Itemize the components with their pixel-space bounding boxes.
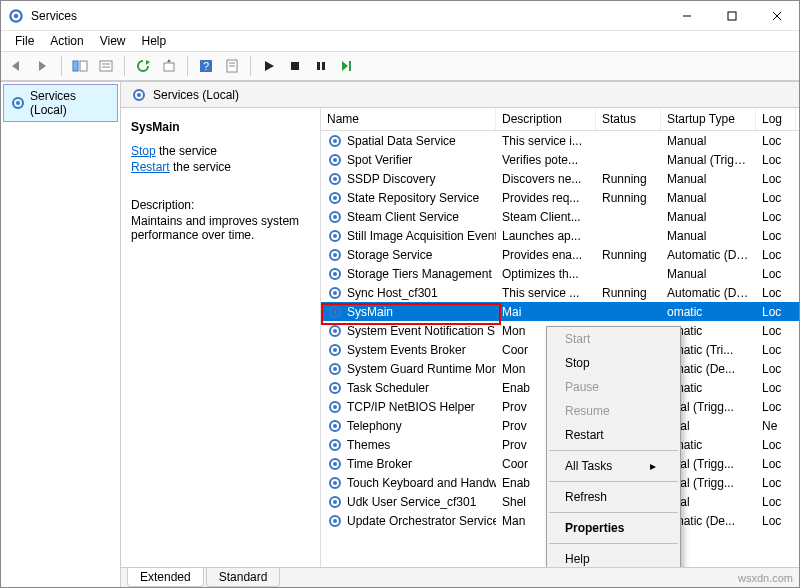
svg-point-36 bbox=[333, 177, 337, 181]
gear-icon bbox=[327, 171, 343, 187]
svg-point-66 bbox=[333, 462, 337, 466]
stop-suffix: the service bbox=[156, 144, 217, 158]
gear-icon bbox=[327, 228, 343, 244]
service-name: Storage Tiers Management bbox=[347, 267, 492, 281]
gear-icon bbox=[327, 418, 343, 434]
context-menu: Start Stop Pause Resume Restart All Task… bbox=[546, 326, 681, 567]
properties-button[interactable] bbox=[220, 54, 244, 78]
service-name: Task Scheduler bbox=[347, 381, 429, 395]
svg-point-64 bbox=[333, 443, 337, 447]
svg-point-42 bbox=[333, 234, 337, 238]
list-header: Name Description Status Startup Type Log bbox=[321, 108, 799, 131]
export-button[interactable] bbox=[157, 54, 181, 78]
tab-extended[interactable]: Extended bbox=[127, 568, 204, 587]
forward-button[interactable] bbox=[31, 54, 55, 78]
ctx-properties[interactable]: Properties bbox=[547, 516, 680, 540]
ctx-all-tasks[interactable]: All Tasks▸ bbox=[547, 454, 680, 478]
service-name: System Event Notification S... bbox=[347, 324, 496, 338]
service-name: Telephony bbox=[347, 419, 402, 433]
stop-service-button[interactable] bbox=[283, 54, 307, 78]
service-name: Spatial Data Service bbox=[347, 134, 456, 148]
stop-service-link[interactable]: Stop bbox=[131, 144, 156, 158]
gear-icon bbox=[327, 475, 343, 491]
title-bar: Services bbox=[1, 1, 799, 31]
column-logon[interactable]: Log bbox=[756, 108, 796, 130]
gear-icon bbox=[327, 266, 343, 282]
svg-point-52 bbox=[333, 329, 337, 333]
service-list[interactable]: Name Description Status Startup Type Log… bbox=[321, 108, 799, 567]
refresh-button[interactable] bbox=[131, 54, 155, 78]
svg-point-60 bbox=[333, 405, 337, 409]
svg-point-72 bbox=[333, 519, 337, 523]
tab-standard[interactable]: Standard bbox=[206, 568, 281, 587]
ctx-stop[interactable]: Stop bbox=[547, 351, 680, 375]
ctx-restart[interactable]: Restart bbox=[547, 423, 680, 447]
content-header-title: Services (Local) bbox=[153, 88, 239, 102]
svg-point-58 bbox=[333, 386, 337, 390]
service-status bbox=[596, 156, 661, 164]
service-name: Udk User Service_cf301 bbox=[347, 495, 476, 509]
svg-marker-6 bbox=[12, 61, 19, 71]
show-hide-tree-button[interactable] bbox=[68, 54, 92, 78]
service-name: Steam Client Service bbox=[347, 210, 459, 224]
gear-icon bbox=[327, 323, 343, 339]
service-name: Spot Verifier bbox=[347, 153, 412, 167]
svg-rect-14 bbox=[164, 63, 174, 71]
start-service-button[interactable] bbox=[257, 54, 281, 78]
watermark: wsxdn.com bbox=[738, 572, 793, 584]
svg-rect-10 bbox=[100, 61, 112, 71]
column-description[interactable]: Description bbox=[496, 108, 596, 130]
menu-file[interactable]: File bbox=[7, 32, 42, 50]
app-icon bbox=[7, 7, 25, 25]
restart-service-button[interactable] bbox=[335, 54, 359, 78]
close-button[interactable] bbox=[754, 1, 799, 30]
ctx-start: Start bbox=[547, 327, 680, 351]
back-button[interactable] bbox=[5, 54, 29, 78]
svg-rect-9 bbox=[80, 61, 87, 71]
toolbar: ? bbox=[1, 51, 799, 81]
svg-point-62 bbox=[333, 424, 337, 428]
gear-icon bbox=[327, 513, 343, 529]
gear-icon bbox=[327, 285, 343, 301]
menu-action[interactable]: Action bbox=[42, 32, 91, 50]
content-pane: Services (Local) SysMain Stop the servic… bbox=[121, 81, 799, 587]
maximize-button[interactable] bbox=[709, 1, 754, 30]
pause-service-button[interactable] bbox=[309, 54, 333, 78]
svg-rect-24 bbox=[322, 62, 325, 70]
column-startup-type[interactable]: Startup Type bbox=[661, 108, 756, 130]
svg-point-50 bbox=[333, 310, 337, 314]
gear-icon bbox=[327, 456, 343, 472]
service-status bbox=[596, 213, 661, 221]
ctx-refresh[interactable]: Refresh bbox=[547, 485, 680, 509]
service-name: Touch Keyboard and Handw... bbox=[347, 476, 496, 490]
svg-text:?: ? bbox=[203, 60, 209, 72]
restart-service-link[interactable]: Restart bbox=[131, 160, 170, 174]
restart-suffix: the service bbox=[170, 160, 231, 174]
service-status bbox=[596, 270, 661, 278]
service-name: Update Orchestrator Service bbox=[347, 514, 496, 528]
column-status[interactable]: Status bbox=[596, 108, 661, 130]
service-status bbox=[596, 137, 661, 145]
detail-pane: SysMain Stop the service Restart the ser… bbox=[121, 108, 321, 567]
selected-service-name: SysMain bbox=[131, 120, 310, 134]
minimize-button[interactable] bbox=[664, 1, 709, 30]
export-list-button[interactable] bbox=[94, 54, 118, 78]
service-name: SysMain bbox=[347, 305, 393, 319]
gear-icon bbox=[327, 361, 343, 377]
svg-point-46 bbox=[333, 272, 337, 276]
menu-help[interactable]: Help bbox=[134, 32, 175, 50]
svg-rect-8 bbox=[73, 61, 78, 71]
menu-view[interactable]: View bbox=[92, 32, 134, 50]
service-status: Running bbox=[596, 244, 661, 266]
help-button[interactable]: ? bbox=[194, 54, 218, 78]
gear-icon bbox=[327, 437, 343, 453]
ctx-help[interactable]: Help bbox=[547, 547, 680, 567]
svg-point-56 bbox=[333, 367, 337, 371]
service-name: TCP/IP NetBIOS Helper bbox=[347, 400, 475, 414]
svg-marker-7 bbox=[39, 61, 46, 71]
column-name[interactable]: Name bbox=[321, 108, 496, 130]
service-status: Running bbox=[596, 282, 661, 304]
gear-icon bbox=[327, 190, 343, 206]
svg-rect-23 bbox=[317, 62, 320, 70]
nav-item-services-local[interactable]: Services (Local) bbox=[3, 84, 118, 122]
